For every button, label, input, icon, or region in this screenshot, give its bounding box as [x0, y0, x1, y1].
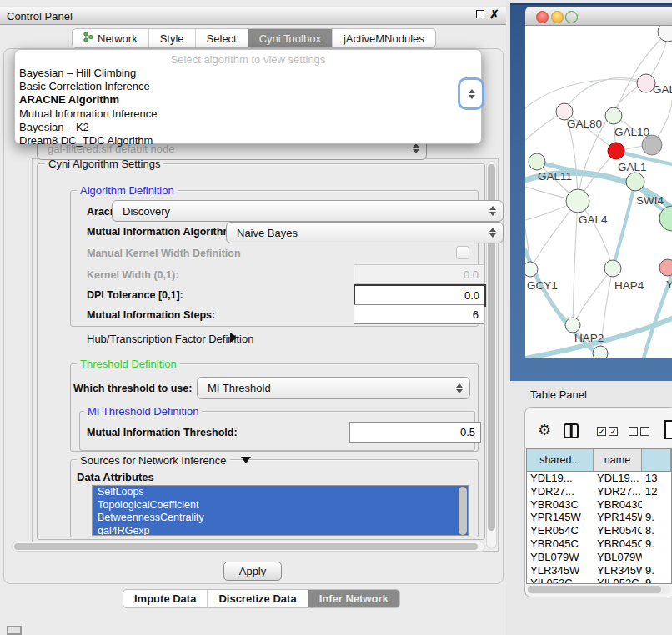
- network-node[interactable]: [608, 142, 624, 159]
- table-cell: YIL052C: [527, 577, 594, 584]
- document-icon[interactable]: [664, 420, 672, 439]
- network-node[interactable]: [566, 189, 589, 212]
- network-node-label: GAL10: [614, 126, 649, 138]
- network-node[interactable]: [604, 260, 621, 277]
- split-columns-icon[interactable]: [564, 423, 579, 438]
- table-cell: [642, 551, 671, 564]
- unchecked-checkbox-icon[interactable]: [629, 427, 638, 436]
- checked-checkbox-icon[interactable]: ✓: [609, 427, 618, 436]
- algorithm-option-dream8-dc-tdc-algorithm[interactable]: Dream8 DC_TDC Algorithm: [15, 134, 481, 148]
- attribute-item-betweennesscentrality[interactable]: BetweennessCentrality: [93, 512, 468, 525]
- tab-label: Style: [160, 32, 184, 45]
- table-cell: YDL19...: [594, 472, 642, 485]
- network-view-canvas[interactable]: GALGAL80GAL10GAL1GAL11SWI4GAL4GCY1HAP4YH…: [525, 26, 672, 358]
- table-cell: YPR145W: [594, 511, 642, 524]
- algorithm-option-mutual-information-inference[interactable]: Mutual Information Inference: [15, 108, 481, 121]
- table-panel-title: Table Panel: [530, 388, 587, 401]
- network-node[interactable]: [525, 262, 538, 277]
- minimize-traffic-light-icon[interactable]: [551, 11, 564, 23]
- tab-jactivemnodules[interactable]: jActiveMNodules: [333, 29, 435, 48]
- table-row[interactable]: YBL079WYBL079W: [527, 551, 671, 564]
- tab-network[interactable]: Network: [73, 29, 149, 48]
- network-node[interactable]: [605, 108, 622, 124]
- algorithm-combobox-focused-fragment[interactable]: [460, 80, 482, 108]
- float-panel-icon[interactable]: [476, 10, 484, 18]
- tab-discretize-data[interactable]: Discretize Data: [208, 590, 308, 608]
- network-node[interactable]: [626, 172, 644, 191]
- network-node[interactable]: [593, 346, 608, 358]
- table-row[interactable]: YPR145WYPR145W9.: [527, 511, 671, 524]
- settings-horizontal-scrollbar[interactable]: [12, 542, 485, 552]
- network-node[interactable]: [565, 318, 580, 332]
- mi-algorithm-type-combobox[interactable]: Naive Bayes: [226, 222, 504, 243]
- aracne-mode-combobox[interactable]: Discovery: [112, 200, 504, 222]
- network-graph[interactable]: GALGAL80GAL10GAL1GAL11SWI4GAL4GCY1HAP4YH…: [525, 26, 672, 358]
- manual-kernel-width-label: Manual Kernel Width Definition: [87, 248, 241, 259]
- attribute-item-gal4rgexp[interactable]: gal4RGexp: [93, 525, 468, 537]
- checked-checkbox-icon[interactable]: ✓: [597, 427, 606, 436]
- network-node-label: SWI4: [636, 194, 664, 207]
- scrollbar-thumb[interactable]: [14, 543, 478, 550]
- algorithm-option-basic-correlation-inference[interactable]: Basic Correlation Inference: [15, 80, 481, 93]
- table-cell: YBL079W: [527, 551, 594, 564]
- network-edge: [614, 32, 668, 116]
- tab-cyni-toolbox[interactable]: Cyni Toolbox: [248, 29, 333, 48]
- chevron-updown-icon: [469, 89, 475, 99]
- table-row[interactable]: YBR043CYBR043C: [527, 498, 671, 512]
- dpi-tolerance-field[interactable]: 0.0: [354, 284, 486, 307]
- algorithm-option-bayesian-hill-climbing[interactable]: Bayesian – Hill Climbing: [15, 67, 481, 80]
- network-node[interactable]: [529, 153, 545, 170]
- collapse-arrow-icon[interactable]: [241, 457, 251, 463]
- tab-style[interactable]: Style: [149, 29, 196, 48]
- manual-kernel-width-checkbox[interactable]: [456, 246, 469, 259]
- network-edge: [613, 182, 635, 268]
- unchecked-checkbox-icon[interactable]: [640, 427, 649, 436]
- data-attributes-list[interactable]: SelfLoopsTopologicalCoefficientBetweenne…: [92, 485, 469, 536]
- mi-threshold-label: Mutual Information Threshold:: [87, 427, 238, 438]
- network-node[interactable]: [659, 259, 672, 276]
- attribute-item-selfloops[interactable]: SelfLoops: [93, 486, 468, 499]
- node-table[interactable]: shared...name YDL19...YDL19...13YDR27...…: [526, 448, 672, 584]
- tab-label: jActiveMNodules: [344, 32, 424, 45]
- table-row[interactable]: YDL19...YDL19...13: [527, 472, 671, 485]
- algorithm-definition-title: Algorithm Definition: [77, 184, 178, 197]
- tab-select[interactable]: Select: [196, 29, 248, 48]
- table-row[interactable]: YER054CYER054C8.: [527, 524, 671, 538]
- tab-infer-network[interactable]: Infer Network: [308, 590, 399, 608]
- apply-button[interactable]: Apply: [223, 562, 282, 581]
- algorithm-option-aracne-algorithm[interactable]: ARACNE Algorithm: [15, 93, 481, 107]
- table-row[interactable]: YLR345WYLR345W9.: [527, 564, 671, 578]
- column-header-shared[interactable]: shared...: [527, 449, 594, 471]
- attribute-item-topologicalcoefficient[interactable]: TopologicalCoefficient: [93, 499, 468, 512]
- table-cell: YER054C: [594, 524, 642, 538]
- gear-icon[interactable]: ⚙: [538, 422, 551, 438]
- kernel-width-field[interactable]: 0.0: [354, 264, 484, 284]
- chevron-updown-icon: [489, 206, 496, 216]
- network-node[interactable]: [658, 26, 672, 42]
- table-row[interactable]: YIL052CYIL052C9: [527, 577, 671, 584]
- table-cell: YDR27...: [527, 485, 594, 498]
- algorithm-option-bayesian-k2[interactable]: Bayesian – K2: [15, 121, 481, 134]
- tab-impute-data[interactable]: Impute Data: [123, 590, 208, 608]
- network-node-label: GAL: [653, 83, 672, 96]
- close-panel-icon[interactable]: ✗: [489, 8, 499, 20]
- table-row[interactable]: YDR27...YDR27...12: [527, 485, 671, 498]
- hub-definition-label: Hub/Transcription Factor Definition: [87, 332, 253, 345]
- table-row[interactable]: YBR045CYBR045C9.: [527, 538, 671, 551]
- attributes-vertical-scrollbar[interactable]: [458, 486, 468, 536]
- table-cell: YER054C: [527, 524, 594, 538]
- minimized-window-icon[interactable]: [7, 626, 22, 635]
- column-header-cut[interactable]: [642, 449, 671, 471]
- close-traffic-light-icon[interactable]: [536, 11, 549, 23]
- column-header-name[interactable]: name: [594, 449, 642, 471]
- table-horizontal-scrollbar[interactable]: [527, 585, 670, 594]
- mi-threshold-field[interactable]: 0.5: [349, 422, 481, 442]
- network-node-label: GAL11: [538, 170, 572, 182]
- zoom-traffic-light-icon[interactable]: [565, 11, 578, 23]
- which-threshold-combobox[interactable]: MI Threshold: [197, 377, 470, 399]
- scrollbar-thumb[interactable]: [528, 586, 661, 593]
- table-cell: 9.: [642, 564, 671, 578]
- mi-steps-field[interactable]: 6: [354, 304, 484, 324]
- expand-arrow-icon[interactable]: [230, 332, 238, 342]
- scrollbar-thumb[interactable]: [459, 487, 467, 535]
